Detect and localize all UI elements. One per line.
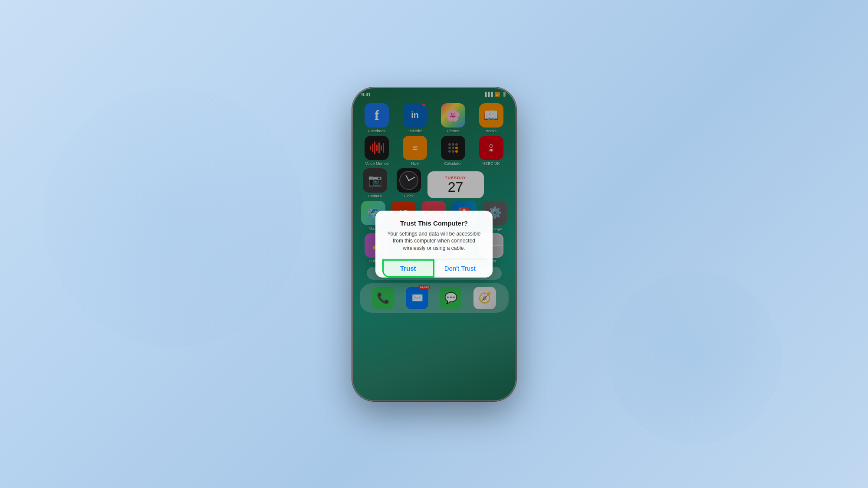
dont-trust-button[interactable]: Don't Trust	[434, 259, 486, 278]
iphone-frame: 9:41 ▐▐▐ 📶 🔋 f Facebook 4 in Lin	[353, 88, 516, 400]
bg-decoration-2	[608, 271, 781, 445]
trust-dialog: Trust This Computer? Your settings and d…	[375, 210, 493, 277]
dialog-title: Trust This Computer?	[382, 219, 486, 226]
trust-button[interactable]: Trust	[382, 259, 434, 278]
dialog-message: Your settings and data will be accessibl…	[382, 230, 486, 252]
dialog-buttons: Trust Don't Trust	[382, 259, 486, 278]
dialog-overlay: Trust This Computer? Your settings and d…	[353, 88, 516, 400]
bg-decoration-1	[43, 87, 304, 347]
